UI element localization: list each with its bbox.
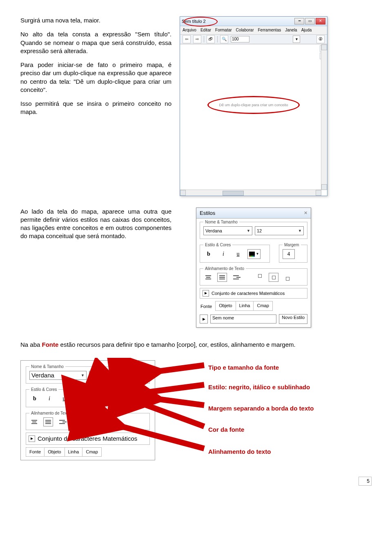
expand-icon: ▶ [29,435,35,442]
font-color-button[interactable]: ▼ [74,394,87,404]
estilo-cores-group: Estilo & Cores b i u ▼ [26,389,112,407]
page-number: 5 [359,477,372,486]
minimize-button[interactable]: ━ [294,18,304,25]
italic-button[interactable]: i [218,250,229,259]
font-size-select[interactable]: 12 ▼ [89,371,146,380]
scroll-up-icon[interactable] [321,45,327,50]
valign-middle-button[interactable] [95,417,105,426]
tab-linha[interactable]: Linha [236,301,254,311]
svg-line-0 [155,365,204,372]
chevron-down-icon: ▼ [247,228,250,233]
menu-arquivo[interactable]: Arquivo [183,27,196,33]
nome-tamanho-legend: Nome & Tamanho [29,364,65,370]
bold-button[interactable]: b [203,250,214,259]
bold-button[interactable]: b [29,394,40,403]
separator [217,36,218,42]
record-icon[interactable]: ⦿ [316,35,325,43]
valign-top-button[interactable] [255,273,265,282]
nav-back-icon[interactable]: ⇦ [183,35,191,43]
zoom-icon[interactable]: 🔍 [220,35,228,43]
scale-icon[interactable]: 🗗 [207,35,215,43]
align-left-button[interactable] [203,273,213,282]
bottom-row: ▶ Sem nome Novo Estilo [200,314,307,324]
expand-icon[interactable]: ▶ [200,315,208,324]
scroll-down-icon[interactable] [321,184,327,190]
tab-linha[interactable]: Linha [65,447,83,457]
underline-button[interactable]: u [233,250,243,259]
fonte-label: Fonte [200,301,215,311]
margem-legend: Margem [283,242,301,248]
margin-input[interactable]: 4 [125,394,137,404]
scrollbar-horizontal[interactable] [180,190,321,196]
maximize-button[interactable]: ▭ [305,18,315,25]
zoom-dropdown[interactable]: ▾ [293,36,300,43]
tab-objeto[interactable]: Objeto [215,301,236,311]
menu-formatar[interactable]: Formatar [215,27,232,33]
tab-fonte[interactable]: Fonte [26,447,45,457]
close-button[interactable]: ✕ [316,18,325,25]
font-name-value: Verdana [205,228,222,234]
cmap-window: Sem título 2 ━ ▭ ✕ Arquivo Editar Format… [180,16,327,196]
style-name-input[interactable]: Sem nome [210,315,276,324]
tab-objeto[interactable]: Objeto [44,447,65,457]
estilos-title-text: Estilos [200,210,215,217]
alinhamento-group: Alinhamento de Texto [200,268,307,286]
math-chars-row[interactable]: ▶ Conjunto de caracteres Matemáticos [26,433,150,445]
margin-input[interactable]: 4 [283,249,295,259]
font-size-select[interactable]: 12 ▼ [255,226,304,235]
tabs-row: Fonte Objeto Linha Cmap [200,301,307,311]
estilos-titlebar: Estilos ✕ [196,208,311,219]
ann-label-1: Tipo e tamanho da fonte [208,364,279,372]
zoom-input[interactable]: 100 [231,36,249,42]
align-center-button[interactable] [43,417,53,426]
align-left-button[interactable] [29,417,39,426]
align-right-button[interactable] [231,273,241,282]
menu-ferramentas[interactable]: Ferramentas [258,27,281,33]
nome-tamanho-group: Nome & Tamanho Verdana ▼ 12 ▼ [200,222,307,239]
sentence-fonte-tab: Na aba Fonte estão recursos para definir… [20,341,372,349]
align-center-button[interactable] [217,273,227,282]
valign-bottom-button[interactable] [283,273,292,282]
expand-icon: ▶ [203,290,209,297]
chevron-down-icon: ▼ [256,252,259,257]
scroll-thumb[interactable] [223,191,244,196]
math-label: Conjunto de caracteres Matemáticos [212,290,285,297]
menu-ajuda[interactable]: Ajuda [301,27,312,33]
italic-button[interactable]: i [44,394,55,403]
alinhamento-legend: Alinhamento de Texto [203,266,246,272]
alinhamento-legend: Alinhamento de Texto [29,411,72,416]
alinhamento-group: Alinhamento de Texto [26,413,150,430]
align-right-button[interactable] [57,417,67,426]
scrollbar-vertical[interactable] [321,45,327,190]
valign-top-button[interactable] [81,417,91,426]
canvas[interactable]: ⤢ ⎋ Dê um duplo-clique para criar um con… [180,44,327,196]
canvas-hint: Dê um duplo-clique para criar um conceit… [219,102,288,107]
scroll-left-icon[interactable] [180,190,186,196]
estilos-close-icon[interactable]: ✕ [304,210,307,216]
font-name-select[interactable]: Verdana ▼ [203,226,252,235]
scroll-right-icon[interactable] [316,190,321,196]
ann-label-3: Margem separando a borda do texto [208,404,314,413]
nav-forward-icon[interactable]: ⇨ [193,35,201,43]
estilos-panel: Estilos ✕ Nome & Tamanho Verdana ▼ 12 ▼ [196,207,311,328]
font-size-value: 12 [91,371,98,379]
font-color-button[interactable]: ▼ [247,249,261,259]
window-title: Sem título 2 [182,18,206,25]
valign-bottom-button[interactable] [109,417,118,426]
math-chars-row[interactable]: ▶ Conjunto de caracteres Matemáticos [200,288,307,299]
tab-cmap[interactable]: Cmap [82,447,101,457]
color-swatch-icon [75,396,81,402]
font-name-select[interactable]: Verdana ▼ [29,371,87,380]
estilo-cores-legend: Estilo & Cores [29,387,58,393]
tabs-row: Fonte Objeto Linha Cmap [26,447,150,457]
tab-cmap[interactable]: Cmap [253,301,272,311]
menu-janela[interactable]: Janela [285,27,297,33]
novo-estilo-button[interactable]: Novo Estilo [279,314,307,324]
underline-button[interactable]: u [59,394,69,403]
margem-legend: Margem [125,387,143,393]
separator [204,36,204,42]
valign-middle-button[interactable] [269,273,278,282]
color-swatch-icon [249,252,255,257]
menu-editar[interactable]: Editar [200,27,211,33]
menu-colaborar[interactable]: Colaborar [236,27,254,33]
